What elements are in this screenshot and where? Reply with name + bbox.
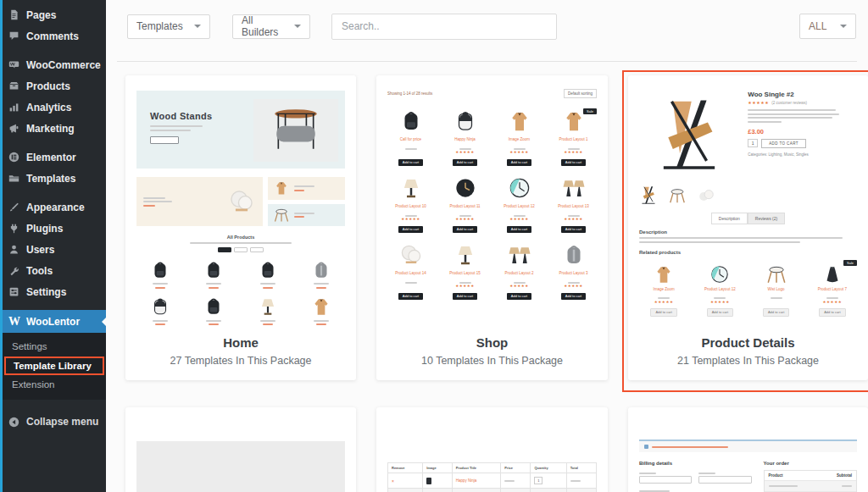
menu-item-icon (8, 59, 19, 70)
product-details-preview-thumbnail: Woo Single #2 ★★★★★ (2 customer reviews) (628, 75, 868, 329)
order-column-header: Product (769, 473, 783, 478)
cart-table-body: × Happy Ninja 1 × Image Zoom (388, 473, 597, 492)
sidebar-menu-item[interactable]: WooCommerce (3, 54, 106, 75)
menu-item-label: Templates (26, 173, 75, 185)
product-price (658, 297, 670, 299)
sidebar-menu-item[interactable]: Pages (3, 4, 106, 25)
menu-item-icon (8, 223, 19, 234)
builder-filter-dropdown[interactable]: All Builders (232, 14, 310, 39)
sidebar-menu-item[interactable]: Tools (3, 260, 106, 281)
sidebar-menu-item[interactable]: Elementor (3, 146, 106, 168)
template-card-partial-checkout[interactable]: Billing details Your order (628, 407, 868, 492)
wp-admin-sidebar: Pages Comments WooCommerce Products Anal… (0, 0, 106, 492)
preview-product: Image Zoom Add to cart (639, 263, 688, 317)
template-card-home[interactable]: Wood Stands (125, 75, 356, 380)
collapse-menu-button[interactable]: Collapse menu (3, 416, 106, 428)
add-to-cart-mini-button: Add to cart (398, 226, 423, 233)
template-type-value: Templates (136, 20, 183, 32)
preview-product (191, 259, 238, 291)
product-thumbnail (398, 242, 424, 268)
template-card-partial-1[interactable] (125, 407, 356, 492)
default-sorting-dropdown: Default sorting (564, 89, 597, 98)
product-thumbnail (507, 108, 532, 134)
add-to-cart-mini-button: Add to cart (507, 226, 531, 233)
submenu-item[interactable]: Settings (3, 338, 106, 356)
menu-item-icon (8, 173, 19, 184)
sidebar-menu-item[interactable]: Analytics (3, 97, 106, 118)
sidebar-menu-item[interactable]: Users (3, 239, 106, 260)
card-caption: Home 27 Templates In This Package (125, 329, 356, 380)
shop-preview-thumbnail: Showing 1-14 of 28 results Default sorti… (376, 75, 608, 329)
sidebar-menu-item[interactable]: Settings (3, 281, 106, 302)
sidebar-menu-item[interactable]: Plugins (3, 218, 106, 239)
sidebar-item-woolentor[interactable]: W WooLentor (3, 310, 106, 333)
product-rating-stars (808, 291, 857, 296)
add-to-cart-mini-button: Add to cart (507, 159, 531, 166)
product-price (771, 297, 782, 299)
home-product-grid (136, 259, 345, 328)
menu-item-icon (8, 202, 19, 213)
cart-column-header: Remove (388, 463, 423, 473)
woolentor-submenu: SettingsTemplate LibraryExtension (3, 333, 106, 400)
cart-table: RemoveImageProduct TitlePriceQuantityTot… (387, 462, 597, 492)
product-thumbnail (203, 259, 225, 281)
product-categories: Categories: Lighting, Music, Singles (748, 152, 857, 157)
submenu-item[interactable]: Template Library (4, 357, 104, 375)
product-thumbnail (398, 108, 424, 134)
preview-product: Product Layout 12 Add to cart (496, 175, 542, 234)
product-thumbnail (453, 242, 478, 268)
category-filter-value: ALL (809, 20, 826, 32)
menu-item-label: Appearance (26, 202, 85, 213)
product-rating-stars (387, 141, 434, 146)
gallery-thumb-spheres (697, 185, 715, 206)
product-price (405, 148, 417, 150)
sidebar-menu-item[interactable]: Products (3, 75, 106, 97)
add-to-cart-mini-button: Add to cart (561, 293, 586, 300)
chair-illustration (227, 187, 256, 216)
sale-badge-row: Sale (387, 101, 597, 107)
template-card-partial-cart[interactable]: RemoveImageProduct TitlePriceQuantityTot… (376, 407, 608, 492)
template-card-product-details[interactable]: Woo Single #2 ★★★★★ (2 customer reviews) (628, 75, 868, 380)
product-thumbnail (653, 263, 675, 285)
template-card-shop[interactable]: Showing 1-14 of 28 results Default sorti… (376, 75, 608, 380)
product-rating-stars (442, 208, 488, 213)
preview-hero-placeholder (136, 441, 345, 492)
menu-item-icon (8, 286, 19, 297)
submenu-item[interactable]: Extension (3, 376, 106, 394)
order-column-header: Subtotal (837, 473, 852, 478)
billing-details-heading: Billing details (639, 461, 752, 466)
cart-table-header-row: RemoveImageProduct TitlePriceQuantityTot… (388, 463, 597, 473)
product-rating-stars (442, 275, 488, 279)
product-thumbnail (453, 108, 478, 134)
add-to-cart-mini-button: Add to cart (507, 293, 531, 300)
sidebar-menu-item[interactable]: Templates (3, 168, 106, 189)
preview-product: Product Layout 10 Add to cart (387, 175, 434, 234)
cart-column-header: Image (423, 463, 452, 473)
menu-item-icon (8, 80, 19, 91)
category-filter-dropdown[interactable]: ALL (799, 14, 856, 39)
add-to-cart-mini-button: Add to cart (819, 308, 845, 317)
product-short-description (748, 109, 857, 123)
preview-product: Wist Logo Add to cart (752, 263, 801, 317)
partial-preview (125, 407, 356, 492)
current-menu-arrow (97, 317, 107, 327)
add-to-cart-mini-button: Add to cart (398, 159, 423, 166)
sidebar-menu-item[interactable]: Marketing (3, 118, 106, 139)
product-rating-stars (752, 291, 801, 296)
results-count-text: Showing 1-14 of 28 results (387, 91, 432, 96)
sidebar-menu-item[interactable]: Appearance (3, 196, 106, 218)
preview-product: Image Zoom Add to cart (496, 108, 542, 167)
preview-product (136, 296, 184, 328)
sidebar-menu-item[interactable]: Comments (3, 25, 106, 47)
template-type-dropdown[interactable]: Templates (127, 14, 210, 39)
product-rating-stars (695, 291, 744, 296)
product-thumbnail (310, 259, 332, 281)
builder-filter-value: All Builders (242, 14, 286, 38)
menu-item-icon (8, 152, 19, 163)
preview-product: Product Layout 13 Add to cart (550, 175, 597, 234)
related-products-grid: Image Zoom Add to cart Product Layout 12… (639, 263, 857, 317)
product-thumbnail (257, 296, 279, 318)
menu-item-label: Products (26, 80, 70, 92)
preview-product (136, 259, 184, 291)
search-input[interactable] (331, 14, 557, 40)
